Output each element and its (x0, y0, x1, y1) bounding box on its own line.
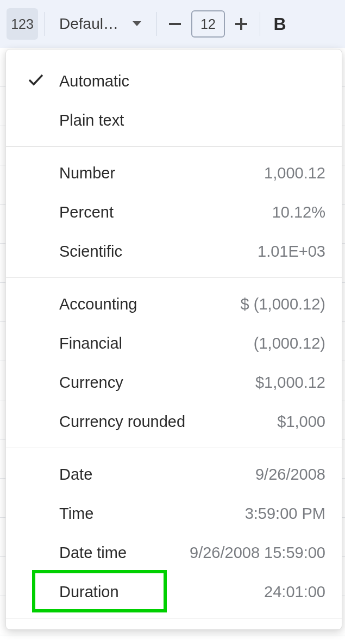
menu-item-duration[interactable]: Duration 24:01:00 (6, 572, 342, 611)
menu-item-label: Automatic (59, 72, 129, 90)
bold-button[interactable]: B (267, 8, 293, 40)
menu-item-example: 1.01E+03 (258, 243, 325, 261)
menu-divider (6, 448, 342, 448)
font-picker[interactable]: Defaul… (52, 15, 149, 33)
svg-rect-2 (235, 23, 247, 25)
menu-item-example: $1,000.12 (255, 374, 325, 392)
menu-item-example: 24:01:00 (264, 583, 325, 601)
menu-item-example: 1,000.12 (264, 164, 325, 182)
svg-rect-0 (169, 23, 181, 25)
format-more-button[interactable]: 123 (7, 8, 38, 40)
menu-item-date-time[interactable]: Date time 9/26/2008 15:59:00 (6, 533, 342, 572)
menu-item-example: 10.12% (272, 203, 325, 221)
toolbar-separator (45, 12, 45, 36)
menu-item-example: 3:59:00 PM (245, 505, 325, 523)
menu-item-currency[interactable]: Currency $1,000.12 (6, 363, 342, 402)
menu-item-label: Number (59, 164, 115, 182)
plus-icon (235, 18, 247, 30)
menu-divider (6, 277, 342, 278)
decrease-font-size-button[interactable] (163, 8, 187, 40)
menu-item-financial[interactable]: Financial (1,000.12) (6, 324, 342, 363)
toolbar-separator (156, 12, 156, 36)
menu-item-label: Date time (59, 544, 127, 562)
menu-item-date[interactable]: Date 9/26/2008 (6, 455, 342, 494)
menu-item-automatic[interactable]: Automatic (6, 61, 342, 101)
font-picker-label: Defaul… (59, 15, 118, 33)
toolbar-separator (260, 12, 260, 36)
menu-item-example: 9/26/2008 (255, 466, 325, 484)
menu-item-label: Currency (59, 374, 123, 392)
menu-item-label: Scientific (59, 243, 122, 261)
increase-font-size-button[interactable] (229, 8, 253, 40)
check-icon (28, 73, 44, 89)
menu-item-plain-text[interactable]: Plain text (6, 101, 342, 140)
menu-item-currency-rounded[interactable]: Currency rounded $1,000 (6, 402, 342, 441)
menu-item-number[interactable]: Number 1,000.12 (6, 153, 342, 193)
toolbar: 123 Defaul… 12 B (0, 0, 345, 48)
menu-item-accounting[interactable]: Accounting $ (1,000.12) (6, 284, 342, 324)
menu-item-label: Duration (59, 583, 119, 601)
menu-item-label: Plain text (59, 112, 124, 129)
number-format-menu: Automatic Plain text Number 1,000.12 Per… (5, 49, 342, 630)
menu-item-example: (1,000.12) (254, 335, 325, 352)
menu-item-label: Percent (59, 203, 114, 221)
menu-item-label: Currency rounded (59, 413, 185, 431)
menu-item-time[interactable]: Time 3:59:00 PM (6, 494, 342, 533)
menu-item-label: Date (59, 466, 92, 484)
menu-item-label: Financial (59, 335, 122, 352)
menu-item-label: Time (59, 505, 93, 523)
dropdown-arrow-icon (132, 21, 142, 27)
menu-item-percent[interactable]: Percent 10.12% (6, 193, 342, 232)
font-size-input[interactable]: 12 (191, 10, 225, 38)
menu-item-example: 9/26/2008 15:59:00 (190, 544, 325, 562)
menu-item-label: Accounting (59, 295, 137, 313)
menu-divider (6, 146, 342, 147)
menu-item-example: $ (1,000.12) (241, 295, 325, 313)
menu-item-scientific[interactable]: Scientific 1.01E+03 (6, 232, 342, 271)
minus-icon (169, 23, 181, 25)
menu-item-example: $1,000 (277, 413, 325, 431)
menu-divider (6, 618, 342, 618)
